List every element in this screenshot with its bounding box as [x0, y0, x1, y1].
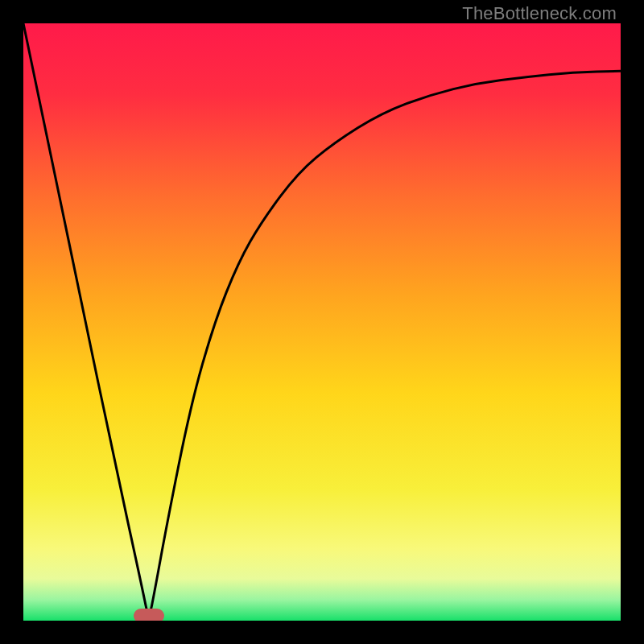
plot-area — [23, 23, 621, 621]
chart-frame: TheBottleneck.com — [0, 0, 644, 644]
minimum-marker — [134, 609, 164, 621]
bottleneck-curve — [23, 23, 621, 621]
curve-path — [23, 23, 621, 613]
watermark-text: TheBottleneck.com — [462, 3, 617, 24]
